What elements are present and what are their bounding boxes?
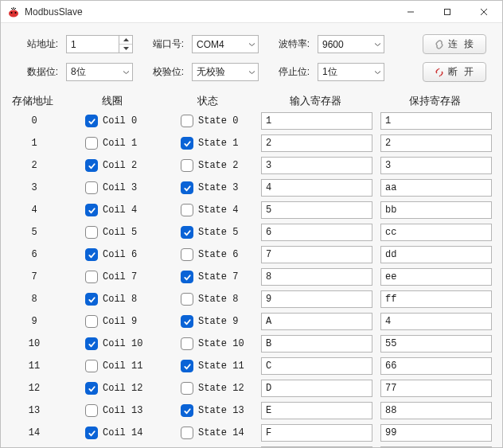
holding-register-field[interactable]: 88 (380, 402, 492, 419)
input-register-field[interactable]: 2 (261, 134, 372, 152)
state-checkbox[interactable] (181, 204, 193, 216)
baud-select[interactable]: 9600 (318, 35, 384, 53)
input-register-field[interactable]: E (261, 402, 372, 419)
parity-select[interactable]: 无校验 (192, 63, 259, 81)
holding-register-field[interactable]: 111 (380, 446, 492, 447)
state-checkbox[interactable] (181, 226, 193, 239)
input-register-field[interactable]: 6 (261, 224, 372, 241)
state-checkbox[interactable] (181, 337, 193, 350)
state-checkbox[interactable] (181, 248, 193, 261)
state-checkbox[interactable] (181, 404, 193, 417)
address-cell: 8 (2, 290, 66, 309)
input-register-field[interactable]: F (261, 424, 372, 442)
state-checkbox[interactable] (181, 382, 193, 395)
state-checkbox[interactable] (181, 181, 193, 194)
input-register-cell: A (257, 312, 376, 331)
holding-register-field[interactable]: 99 (380, 424, 492, 442)
holding-register-field[interactable]: ee (380, 268, 492, 286)
state-checkbox[interactable] (181, 315, 193, 328)
input-register-cell: 10 (257, 446, 376, 447)
broken-link-icon (434, 67, 445, 78)
state-cell: State 4 (162, 201, 257, 220)
header-address: 存储地址 (1, 95, 64, 108)
coil-checkbox[interactable] (85, 360, 98, 372)
state-cell: State 2 (162, 156, 257, 175)
stop-bits-select[interactable]: 1位 (318, 63, 384, 81)
input-register-field[interactable]: C (261, 357, 372, 375)
coil-label: Coil 8 (103, 294, 137, 305)
coil-checkbox[interactable] (85, 204, 98, 216)
coil-checkbox[interactable] (85, 293, 98, 306)
state-checkbox[interactable] (181, 137, 193, 150)
address-cell: 13 (2, 401, 66, 420)
coil-label: Coil 10 (103, 338, 142, 349)
holding-register-field[interactable]: aa (380, 179, 492, 197)
input-register-field[interactable]: 3 (261, 157, 372, 174)
input-register-field[interactable]: 9 (261, 290, 372, 308)
station-down-button[interactable] (119, 45, 132, 53)
state-checkbox[interactable] (181, 159, 193, 172)
close-button[interactable] (466, 1, 502, 22)
coil-checkbox[interactable] (85, 226, 98, 239)
data-bits-value: 8位 (71, 65, 86, 79)
holding-register-field[interactable]: cc (380, 224, 492, 241)
holding-register-field[interactable]: dd (380, 246, 492, 263)
state-checkbox[interactable] (181, 293, 193, 306)
state-checkbox[interactable] (181, 427, 193, 439)
coil-checkbox[interactable] (85, 271, 98, 283)
app-icon (7, 6, 20, 18)
baud-label: 波特率: (267, 37, 310, 51)
coil-checkbox[interactable] (85, 159, 98, 172)
holding-register-field[interactable]: bb (380, 201, 492, 219)
coil-checkbox[interactable] (85, 181, 98, 194)
coil-cell: Coil 11 (66, 356, 162, 376)
data-bits-select[interactable]: 8位 (66, 63, 133, 81)
holding-register-field[interactable]: 55 (380, 335, 492, 353)
coil-cell: Coil 9 (66, 312, 162, 331)
holding-register-field[interactable]: 4 (380, 313, 492, 330)
disconnect-label: 断 开 (448, 65, 474, 79)
holding-register-cell: 3 (376, 156, 496, 175)
holding-register-field[interactable]: 77 (380, 380, 492, 397)
input-register-cell: 5 (257, 201, 376, 220)
coil-cell: Coil 12 (66, 379, 162, 398)
input-register-field[interactable]: 8 (261, 268, 372, 286)
coil-checkbox[interactable] (85, 137, 98, 150)
state-checkbox[interactable] (181, 271, 193, 283)
state-cell: State 5 (162, 223, 257, 242)
input-register-cell: 9 (257, 290, 376, 309)
minimize-button[interactable] (392, 1, 429, 22)
disconnect-button[interactable]: 断 开 (423, 62, 486, 82)
input-register-field[interactable]: 4 (261, 179, 372, 197)
input-register-field[interactable]: 1 (261, 112, 372, 130)
state-cell: State 10 (162, 334, 257, 353)
holding-register-field[interactable]: 66 (380, 357, 492, 375)
coil-checkbox[interactable] (85, 382, 98, 395)
coil-checkbox[interactable] (85, 248, 98, 261)
holding-register-field[interactable]: ff (380, 290, 492, 308)
state-checkbox[interactable] (181, 115, 193, 127)
station-up-button[interactable] (119, 36, 132, 45)
holding-register-field[interactable]: 2 (380, 134, 492, 152)
connect-button[interactable]: 连 接 (423, 34, 486, 54)
port-select[interactable]: COM4 (192, 35, 259, 53)
chevron-down-icon (123, 70, 130, 74)
input-register-field[interactable]: 7 (261, 246, 372, 263)
holding-register-field[interactable]: 3 (380, 157, 492, 174)
input-register-field[interactable]: A (261, 313, 372, 330)
holding-register-field[interactable]: 1 (380, 112, 492, 130)
input-register-field[interactable]: B (261, 335, 372, 353)
chevron-down-icon (248, 70, 255, 74)
input-register-cell: C (257, 356, 376, 376)
station-input[interactable]: 1 (66, 35, 133, 53)
coil-checkbox[interactable] (85, 315, 98, 328)
maximize-button[interactable] (429, 1, 466, 22)
coil-checkbox[interactable] (85, 404, 98, 417)
coil-checkbox[interactable] (85, 337, 98, 350)
input-register-field[interactable]: 5 (261, 201, 372, 219)
coil-checkbox[interactable] (85, 115, 98, 127)
coil-checkbox[interactable] (85, 427, 98, 439)
input-register-field[interactable]: D (261, 380, 372, 397)
state-checkbox[interactable] (181, 360, 193, 372)
input-register-field[interactable]: 10 (261, 446, 372, 447)
